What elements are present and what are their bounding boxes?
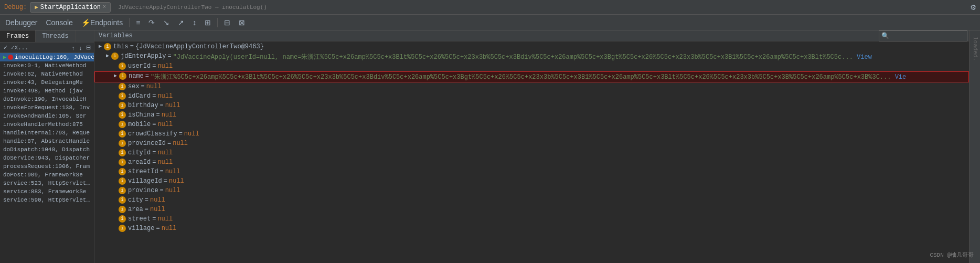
var-value: null (150, 206, 165, 213)
var-name: cityId (128, 149, 151, 156)
toggle-icon[interactable]: ▶ (97, 43, 104, 49)
var-type-icon: i (119, 206, 126, 213)
up-btn[interactable]: ↑ (71, 44, 76, 51)
var-row-areaid[interactable]: i areaId = null (94, 158, 969, 167)
run-to-cursor-btn[interactable]: ↕ (190, 17, 198, 28)
var-name: area (128, 206, 143, 213)
var-equals: = (145, 72, 149, 80)
var-row-village[interactable]: i village = null (94, 224, 969, 234)
list-item[interactable]: handleInternal:793, Reque (0, 129, 94, 137)
left-panel: Frames Threads ✓ ✓X... ↑ ↓ ⊟ ▶ inoculatL… (0, 30, 94, 263)
debug-label: Debug: (4, 4, 27, 11)
var-row-this[interactable]: ▶ i this = {JdVaccineApplyControllerTwo@… (94, 43, 969, 52)
app-tab[interactable]: ▶ StartApplication × (30, 2, 111, 13)
var-row-idcard[interactable]: i idCard = null (94, 92, 969, 101)
var-row-mobile[interactable]: i mobile = null (94, 120, 969, 130)
tab-close-icon[interactable]: × (103, 4, 106, 10)
toggle-icon[interactable]: ▶ (104, 52, 111, 59)
list-item[interactable]: service:883, FrameworkSe (0, 187, 94, 196)
threads-tab[interactable]: Threads (36, 30, 75, 42)
list-item[interactable]: invokeHandlerMethod:875 (0, 120, 94, 129)
frames-toolbar: ✓ ✓X... ↑ ↓ ⊟ (0, 43, 94, 53)
list-item[interactable]: invoke:0-1, NativeMethod (0, 61, 94, 70)
var-type-icon: i (119, 62, 126, 70)
var-row-city[interactable]: i city = null (94, 196, 969, 205)
var-row-villageid[interactable]: i villageId = null (94, 177, 969, 186)
play-icon: ▶ (3, 54, 6, 60)
list-item[interactable]: service:523, HttpServlet (a (0, 179, 94, 187)
filter-label: ✓X... (11, 44, 28, 51)
var-type-icon: i (111, 52, 119, 60)
toolbar: Debugger Console ⚡ Endpoints ≡ ↷ ↘ ↗ ↕ ⊞… (0, 15, 980, 30)
list-item[interactable]: doInvoke:190, InvocableH (0, 95, 94, 103)
var-name: village (128, 225, 154, 232)
frames-threads-tabs: Frames Threads (0, 30, 94, 43)
var-row-streetid[interactable]: i streetId = null (94, 167, 969, 177)
resume-btn[interactable]: ≡ (134, 17, 142, 28)
toggle-spacer (111, 149, 119, 155)
var-row-crowdclassify[interactable]: i crowdClassify = null (94, 130, 969, 139)
funnel-btn[interactable]: ⊟ (85, 44, 92, 51)
down-btn[interactable]: ↓ (78, 44, 83, 51)
step-into-btn[interactable]: ↘ (161, 17, 172, 28)
var-value: null (169, 177, 184, 185)
endpoints-tab[interactable]: ⚡ Endpoints (79, 17, 125, 28)
var-row-birthday[interactable]: i birthday = null (94, 101, 969, 111)
toggle-icon[interactable]: ▶ (112, 72, 119, 79)
console-tab[interactable]: Console (44, 17, 75, 28)
stack-frame-selected[interactable]: ▶ inoculatLog:160, JdVaccin (0, 53, 94, 61)
var-row-provinceid[interactable]: i provinceId = null (94, 139, 969, 149)
watermark: CSDN @柚几哥哥 (930, 251, 974, 259)
list-item[interactable]: service:590, HttpServlet (j (0, 196, 94, 204)
list-item[interactable]: invokeAndHandle:105, Ser (0, 112, 94, 120)
list-item[interactable]: handle:87, AbstractHandle (0, 137, 94, 145)
var-name: province (128, 187, 158, 194)
var-row-name[interactable]: ▶ i name = "朱浙江%5C5c+x26amp%5C5c+x3Blt%5… (94, 71, 969, 82)
toggle-spacer (111, 130, 119, 136)
var-row-province[interactable]: i province = null (94, 186, 969, 196)
toggle-spacer (111, 215, 119, 221)
list-item[interactable]: processRequest:1006, Fram (0, 162, 94, 171)
toggle-spacer (111, 159, 119, 164)
list-item[interactable]: invokeForRequest:138, Inv (0, 103, 94, 112)
var-row-sex[interactable]: i sex = null (94, 82, 969, 92)
list-item[interactable]: doService:943, Dispatcher (0, 154, 94, 162)
search-bar: 🔍 (879, 30, 967, 41)
variables-content[interactable]: ▶ i this = {JdVaccineApplyControllerTwo@… (94, 41, 969, 263)
step-out-btn[interactable]: ↗ (176, 17, 186, 28)
var-equals: = (156, 225, 159, 232)
threads-btn[interactable]: ⊠ (237, 17, 247, 28)
filter-btn[interactable]: ✓ (2, 44, 9, 51)
frame-text: inoculatLog:160, JdVaccin (15, 54, 94, 60)
var-row-userid[interactable]: i userId = null (94, 62, 969, 71)
var-row-area[interactable]: i area = null (94, 205, 969, 215)
list-item[interactable]: invoke:43, DelegatingMe (0, 78, 94, 87)
frames-tab[interactable]: Frames (0, 30, 36, 42)
gear-icon[interactable]: ⚙ (971, 2, 976, 13)
variables-panel: Variables ▶ i this = {JdVaccineApplyCont… (94, 30, 970, 263)
tab-label: StartApplication (40, 4, 101, 11)
breakpoint-icon (8, 55, 13, 60)
toggle-spacer (111, 83, 119, 89)
var-equals: = (164, 177, 167, 185)
var-row-jdenterApply[interactable]: ▶ i jdEnterApply = "JdVaccineApply(userI… (94, 52, 969, 62)
list-item[interactable]: invoke:62, NativeMethod (0, 70, 94, 78)
step-over-btn[interactable]: ↷ (146, 17, 157, 28)
var-value: "朱浙江%5C5c+x26amp%5C5c+x3Blt%5C5c+x26%5C5… (151, 72, 966, 81)
search-input[interactable] (891, 33, 965, 40)
list-item[interactable]: doPost:909, FrameworkSe (0, 171, 94, 179)
list-item[interactable]: invoke:498, Method (jav (0, 87, 94, 95)
var-row-cityid[interactable]: i cityId = null (94, 149, 969, 158)
evaluate-btn[interactable]: ⊞ (203, 17, 213, 28)
var-value: null (146, 83, 162, 90)
stack-list[interactable]: ▶ inoculatLog:160, JdVaccin invoke:0-1, … (0, 53, 94, 263)
var-row-street[interactable]: i street = null (94, 215, 969, 224)
debugger-tab[interactable]: Debugger (3, 17, 40, 28)
frames-btn[interactable]: ⊟ (222, 17, 232, 28)
console-label: Console (46, 18, 73, 27)
var-equals: = (167, 140, 171, 147)
list-item[interactable]: doDispatch:1040, Dispatch (0, 145, 94, 154)
toggle-spacer (111, 177, 119, 183)
var-row-ischina[interactable]: i isChina = null (94, 111, 969, 120)
var-name: streetId (128, 168, 158, 175)
